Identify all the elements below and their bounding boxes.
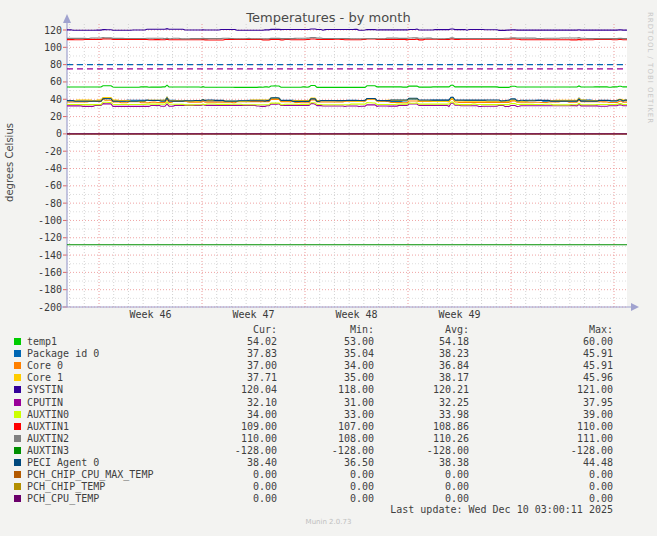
legend-avg-value: 38.23	[380, 348, 469, 359]
legend-row: Package id 037.8335.0438.2345.91	[0, 348, 657, 361]
legend-min-value: 108.00	[280, 433, 374, 444]
y-tick-label: -160	[38, 267, 62, 278]
y-tick-label: -180	[38, 284, 62, 295]
legend-max-value: 37.95	[480, 397, 613, 408]
legend-avg-value: 0.00	[380, 481, 469, 492]
y-tick-label: 100	[44, 42, 62, 53]
legend-row: AUXTIN3-128.00-128.00-128.00-128.00	[0, 445, 657, 458]
legend-cur-value: 37.71	[180, 372, 277, 383]
munin-version: Munin 2.0.73	[0, 518, 657, 526]
x-tick-label: Week 48	[335, 309, 377, 320]
legend-cur-value: 34.00	[180, 409, 277, 420]
legend-swatch	[14, 338, 21, 345]
legend-min-value: 0.00	[280, 469, 374, 480]
y-tick-label: -60	[44, 180, 62, 191]
legend-max-value: -128.00	[480, 445, 613, 456]
legend-series-name: AUXTIN2	[27, 433, 69, 444]
legend-swatch	[14, 374, 21, 381]
legend-header-avg: Avg:	[380, 324, 469, 335]
legend-cur-value: 32.10	[180, 397, 277, 408]
legend-max-value: 111.00	[480, 433, 613, 444]
legend-avg-value: 38.17	[380, 372, 469, 383]
legend-avg-value: 120.21	[380, 384, 469, 395]
legend-min-value: 53.00	[280, 336, 374, 347]
x-tick-label: Week 46	[129, 309, 171, 320]
legend-cur-value: 110.00	[180, 433, 277, 444]
legend-row: Core 137.7135.0038.1745.96	[0, 372, 657, 385]
legend-avg-value: -128.00	[380, 445, 469, 456]
x-axis-arrow	[631, 303, 639, 311]
legend-min-value: 35.04	[280, 348, 374, 359]
legend-max-value: 60.00	[480, 336, 613, 347]
y-tick-label: -120	[38, 232, 62, 243]
legend-row: Core 037.0034.0036.8445.91	[0, 360, 657, 373]
legend-series-name: Package id 0	[27, 348, 99, 359]
legend-swatch	[14, 483, 21, 490]
legend-swatch	[14, 435, 21, 442]
legend-swatch	[14, 362, 21, 369]
legend-series-name: PCH_CHIP_CPU_MAX_TEMP	[27, 469, 153, 480]
legend-cur-value: 54.02	[180, 336, 277, 347]
legend-cur-value: -128.00	[180, 445, 277, 456]
legend-row: AUXTIN2110.00108.00110.26111.00	[0, 433, 657, 446]
last-update: Last update: Wed Dec 10 03:00:11 2025	[0, 504, 613, 515]
legend-avg-value: 32.25	[380, 397, 469, 408]
legend-series-name: Core 0	[27, 360, 63, 371]
legend-max-value: 110.00	[480, 421, 613, 432]
legend-avg-value: 33.98	[380, 409, 469, 420]
legend-max-value: 45.96	[480, 372, 613, 383]
legend-swatch	[14, 423, 21, 430]
y-tick-label: -200	[38, 302, 62, 313]
y-axis-arrow	[63, 14, 71, 23]
legend-cur-value: 0.00	[180, 469, 277, 480]
legend-row: SYSTIN120.04118.00120.21121.00	[0, 384, 657, 397]
legend-row: PCH_CHIP_TEMP0.000.000.000.00	[0, 481, 657, 494]
legend-cur-value: 37.00	[180, 360, 277, 371]
y-tick-label: -20	[44, 146, 62, 157]
y-tick-label: 20	[50, 111, 62, 122]
y-tick-label: -100	[38, 215, 62, 226]
legend-min-value: 107.00	[280, 421, 374, 432]
y-tick-label: 60	[50, 76, 62, 87]
munin-temperature-graph: Temperatures - by month degrees Celsius …	[0, 0, 657, 536]
legend-max-value: 45.91	[480, 348, 613, 359]
legend-min-value: 35.00	[280, 372, 374, 383]
legend-cur-value: 0.00	[180, 481, 277, 492]
legend-max-value: 0.00	[480, 493, 613, 504]
legend-swatch	[14, 471, 21, 478]
legend-min-value: 0.00	[280, 493, 374, 504]
y-tick-label: -80	[44, 198, 62, 209]
legend-min-value: -128.00	[280, 445, 374, 456]
legend-swatch	[14, 386, 21, 393]
legend-avg-value: 54.18	[380, 336, 469, 347]
legend-max-value: 0.00	[480, 481, 613, 492]
y-tick-label: -140	[38, 250, 62, 261]
y-tick-label: -40	[44, 163, 62, 174]
legend-avg-value: 110.26	[380, 433, 469, 444]
legend-min-value: 118.00	[280, 384, 374, 395]
legend-swatch	[14, 459, 21, 466]
legend-avg-value: 36.84	[380, 360, 469, 371]
legend-swatch	[14, 399, 21, 406]
legend-row: PCH_CHIP_CPU_MAX_TEMP0.000.000.000.00	[0, 469, 657, 482]
legend-cur-value: 0.00	[180, 493, 277, 504]
y-tick-label: 120	[44, 25, 62, 36]
legend-min-value: 34.00	[280, 360, 374, 371]
legend-min-value: 36.50	[280, 457, 374, 468]
legend-series-name: Core 1	[27, 372, 63, 383]
legend-series-name: PCH_CHIP_TEMP	[27, 481, 105, 492]
y-tick-label: 40	[50, 94, 62, 105]
legend-max-value: 39.00	[480, 409, 613, 420]
y-tick-label: 80	[50, 59, 62, 70]
legend-swatch	[14, 447, 21, 454]
x-tick-label: Week 47	[232, 309, 274, 320]
legend-max-value: 45.91	[480, 360, 613, 371]
legend-row: temp154.0253.0054.1860.00	[0, 336, 657, 349]
legend-series-name: AUXTIN3	[27, 445, 69, 456]
x-tick-label: Week 49	[438, 309, 480, 320]
legend-series-name: temp1	[27, 336, 57, 347]
legend-cur-value: 38.40	[180, 457, 277, 468]
legend-header-cur: Cur:	[180, 324, 277, 335]
legend-series-name: SYSTIN	[27, 384, 63, 395]
legend-header-min: Min:	[280, 324, 374, 335]
